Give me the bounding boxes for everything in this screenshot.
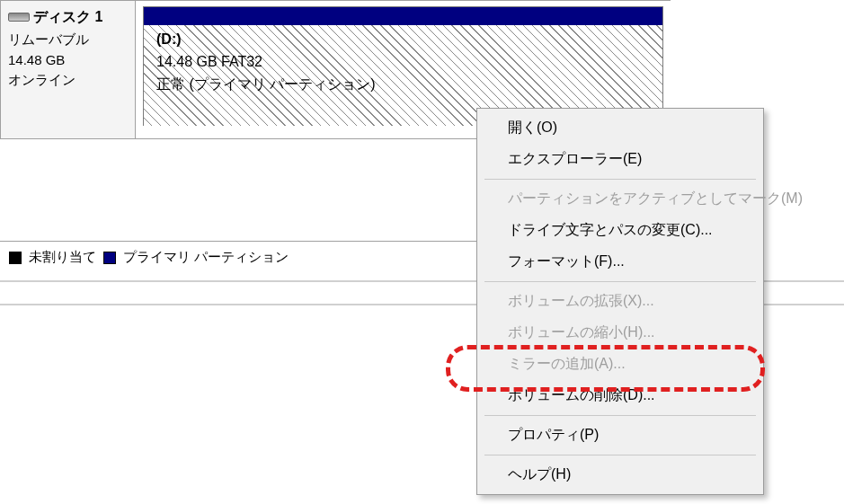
- disk-icon: [8, 13, 30, 22]
- disk-title: ディスク 1: [33, 6, 102, 28]
- menu-change-letter[interactable]: ドライブ文字とパスの変更(C)...: [479, 215, 761, 246]
- context-menu: 開く(O) エクスプローラー(E) パーティションをアクティブとしてマーク(M)…: [476, 108, 764, 495]
- menu-mark-active: パーティションをアクティブとしてマーク(M): [479, 183, 761, 215]
- menu-separator: [484, 415, 756, 416]
- menu-open[interactable]: 開く(O): [479, 112, 761, 144]
- menu-help[interactable]: ヘルプ(H): [479, 459, 761, 491]
- legend-primary: プライマリ パーティション: [123, 249, 289, 266]
- disk-status: オンライン: [8, 70, 128, 91]
- menu-separator: [484, 455, 756, 455]
- volume-size-fs: 14.48 GB FAT32: [156, 51, 650, 74]
- menu-mirror: ミラーの追加(A)...: [479, 349, 761, 380]
- volume-letter: (D:): [156, 29, 650, 51]
- menu-properties[interactable]: プロパティ(P): [479, 420, 761, 451]
- swatch-unallocated-icon: [9, 252, 22, 264]
- menu-shrink: ボリュームの縮小(H)...: [479, 317, 761, 349]
- legend-unallocated: 未割り当て: [29, 249, 96, 266]
- menu-extend: ボリュームの拡張(X)...: [479, 286, 761, 317]
- disk-type: リムーバブル: [8, 30, 128, 50]
- menu-separator: [484, 281, 756, 282]
- menu-format[interactable]: フォーマット(F)...: [479, 246, 761, 278]
- disk-size: 14.48 GB: [8, 50, 128, 71]
- disk-management-panel: ディスク 1 リムーバブル 14.48 GB オンライン (D:) 14.48 …: [0, 0, 844, 504]
- volume-status: 正常 (プライマリ パーティション): [156, 74, 650, 96]
- volume-header-bar: [144, 7, 662, 25]
- swatch-primary-icon: [103, 252, 116, 264]
- menu-explore[interactable]: エクスプローラー(E): [479, 144, 761, 175]
- disk-info[interactable]: ディスク 1 リムーバブル 14.48 GB オンライン: [1, 1, 136, 138]
- menu-separator: [484, 179, 756, 180]
- menu-delete-volume[interactable]: ボリュームの削除(D)...: [479, 380, 761, 411]
